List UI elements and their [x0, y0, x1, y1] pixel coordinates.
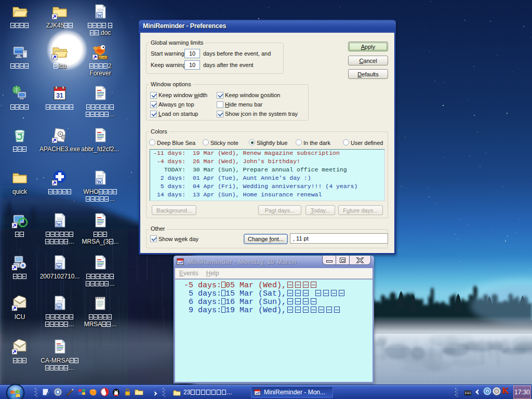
svg-text:W: W [57, 222, 61, 227]
svg-text:W: W [97, 13, 102, 18]
svg-text:W: W [97, 179, 102, 184]
svg-text:31: 31 [56, 92, 63, 99]
svg-text:REVER: REVER [98, 56, 109, 59]
svg-text:W: W [57, 264, 61, 269]
svg-text:W: W [57, 304, 61, 310]
